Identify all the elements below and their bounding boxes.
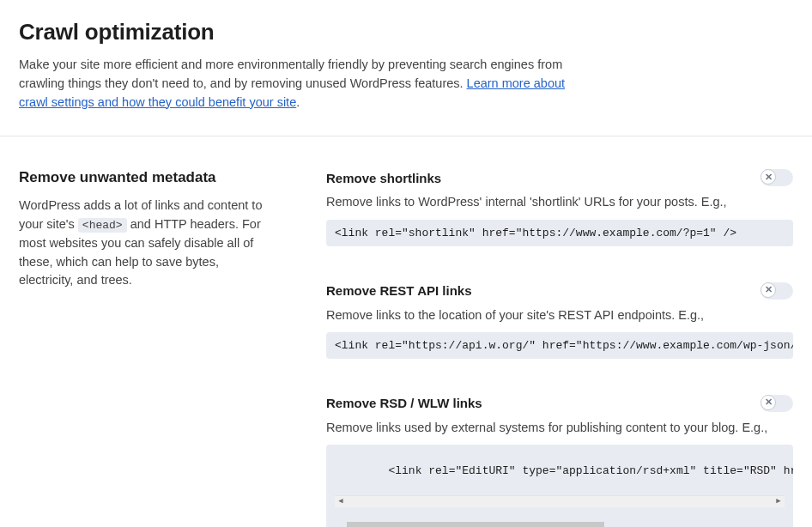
toggle-remove-rest-api-links[interactable]: ✕ [760, 282, 793, 300]
sidebar-code: <head> [78, 218, 127, 233]
chevron-right-icon: ▶ [773, 498, 785, 506]
close-icon: ✕ [760, 395, 776, 410]
page-title: Crawl optimization [19, 19, 793, 45]
settings-list: Remove shortlinks ✕ Remove links to Word… [326, 169, 793, 527]
setting-remove-shortlinks: Remove shortlinks ✕ Remove links to Word… [326, 169, 793, 245]
page-description-period: . [296, 95, 300, 109]
chevron-left-icon: ◀ [335, 498, 347, 506]
setting-header: Remove RSD / WLW links ✕ [326, 395, 793, 412]
setting-remove-rsd-wlw-links: Remove RSD / WLW links ✕ Remove links us… [326, 395, 793, 527]
scrollbar-thumb[interactable] [347, 522, 604, 527]
code-example: <link rel="https://api.w.org/" href="htt… [326, 332, 793, 359]
sidebar-paragraph: WordPress adds a lot of links and conten… [19, 197, 276, 290]
sidebar-description: Remove unwanted metadata WordPress adds … [19, 169, 276, 290]
page-description: Make your site more efficient and more e… [19, 56, 568, 112]
section-divider [0, 136, 812, 136]
close-icon: ✕ [760, 282, 776, 298]
close-icon: ✕ [760, 169, 776, 185]
toggle-remove-rsd-wlw-links[interactable]: ✕ [760, 395, 793, 412]
setting-title: Remove shortlinks [326, 171, 441, 185]
setting-title: Remove RSD / WLW links [326, 396, 482, 410]
setting-title: Remove REST API links [326, 283, 472, 298]
setting-description: Remove links to the location of your sit… [326, 306, 793, 324]
code-example: <link rel="shortlink" href="https://www.… [326, 220, 793, 246]
setting-remove-rest-api-links: Remove REST API links ✕ Remove links to … [326, 282, 793, 359]
horizontal-scrollbar[interactable]: ◀ ▶ [335, 495, 785, 507]
code-example: <link rel="EditURI" type="application/rs… [326, 445, 793, 527]
setting-description: Remove links to WordPress' internal 'sho… [326, 193, 793, 210]
toggle-remove-shortlinks[interactable]: ✕ [760, 169, 793, 186]
setting-header: Remove shortlinks ✕ [326, 169, 793, 186]
sidebar-title: Remove unwanted metadata [19, 169, 276, 186]
scrollbar-track [347, 496, 773, 507]
code-example-text: <link rel="EditURI" type="application/rs… [388, 464, 793, 477]
setting-header: Remove REST API links ✕ [326, 282, 793, 300]
setting-description: Remove links used by external systems fo… [326, 419, 793, 436]
